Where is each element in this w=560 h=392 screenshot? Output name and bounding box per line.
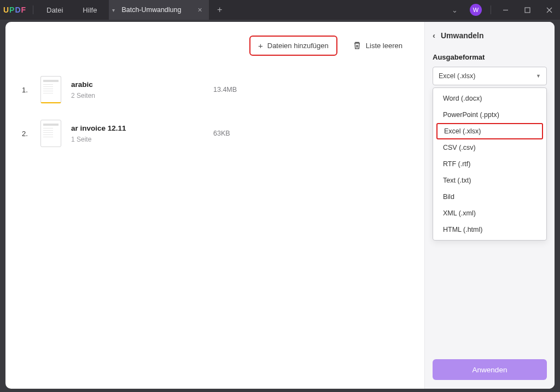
file-index: 1.	[22, 86, 40, 94]
output-format-label: Ausgabeformat	[433, 53, 547, 61]
format-option[interactable]: XML (.xml)	[436, 205, 543, 221]
maximize-icon	[524, 7, 530, 13]
clear-list-button[interactable]: Liste leeren	[353, 41, 402, 50]
sidebar-back[interactable]: ‹ Umwandeln	[433, 31, 547, 40]
apply-button[interactable]: Anwenden	[433, 359, 547, 380]
file-thumbnail	[40, 76, 61, 103]
close-tab-icon[interactable]: ×	[197, 5, 202, 14]
minimize-button[interactable]	[494, 0, 516, 20]
plus-icon: +	[258, 41, 263, 50]
format-option[interactable]: Text (.txt)	[436, 172, 543, 189]
toolbar: + Dateien hinzufügen Liste leeren	[22, 33, 413, 58]
chevron-left-icon: ‹	[433, 31, 435, 40]
file-name: ar invoice 12.11	[71, 124, 213, 132]
sidebar: ‹ Umwandeln Ausgabeformat Excel (.xlsx) …	[424, 22, 555, 389]
file-row[interactable]: 1. arabic 2 Seiten 13.4MB	[22, 68, 413, 112]
menu-help[interactable]: Hilfe	[73, 0, 107, 20]
format-option[interactable]: RTF (.rtf)	[436, 156, 543, 172]
panel: + Dateien hinzufügen Liste leeren 1. ara…	[5, 22, 555, 389]
trash-icon	[353, 41, 361, 50]
select-box[interactable]: Excel (.xlsx) ▼	[433, 67, 547, 85]
file-list: 1. arabic 2 Seiten 13.4MB 2. ar invoice …	[22, 68, 413, 155]
titlebar: UPDF Datei Hilfe ▾ Batch-Umwandlung × + …	[0, 0, 560, 20]
separator	[33, 5, 33, 14]
format-option[interactable]: PowerPoint (.pptx)	[436, 107, 543, 123]
file-index: 2.	[22, 130, 40, 138]
add-files-button[interactable]: + Dateien hinzufügen	[249, 36, 337, 56]
maximize-button[interactable]	[516, 0, 538, 20]
minimize-icon	[503, 7, 509, 13]
workspace: + Dateien hinzufügen Liste leeren 1. ara…	[0, 20, 560, 392]
separator	[491, 5, 491, 14]
chevron-down-icon: ▾	[112, 7, 115, 13]
caret-down-icon: ▼	[536, 73, 541, 79]
window-menu-chevron-icon[interactable]: ⌄	[445, 6, 464, 14]
add-files-label: Dateien hinzufügen	[267, 42, 329, 50]
tab-label: Batch-Umwandlung	[121, 6, 181, 14]
menu-file[interactable]: Datei	[37, 0, 73, 20]
format-option[interactable]: Excel (.xlsx)	[436, 123, 543, 139]
file-row[interactable]: 2. ar invoice 12.11 1 Seite 63KB	[22, 112, 413, 155]
close-icon	[546, 7, 552, 13]
file-pages: 1 Seite	[71, 136, 213, 143]
format-dropdown: Word (.docx)PowerPoint (.pptx)Excel (.xl…	[433, 87, 547, 241]
close-window-button[interactable]	[538, 0, 560, 20]
format-option[interactable]: Word (.docx)	[436, 90, 543, 107]
app-logo: UPDF	[0, 5, 30, 14]
new-tab-button[interactable]: +	[211, 5, 229, 15]
file-name: arabic	[71, 80, 213, 89]
svg-rect-1	[525, 8, 530, 13]
file-size: 13.4MB	[213, 86, 268, 93]
output-format-select: Excel (.xlsx) ▼ Word (.docx)PowerPoint (…	[433, 67, 547, 85]
user-avatar[interactable]: W	[470, 4, 482, 16]
format-option[interactable]: CSV (.csv)	[436, 139, 543, 156]
clear-list-label: Liste leeren	[366, 42, 402, 50]
file-thumbnail	[40, 120, 61, 147]
tab-batch-convert[interactable]: ▾ Batch-Umwandlung ×	[109, 0, 208, 20]
format-option[interactable]: Bild	[436, 189, 543, 205]
format-option[interactable]: HTML (.html)	[436, 221, 543, 238]
main-area: + Dateien hinzufügen Liste leeren 1. ara…	[5, 22, 424, 389]
sidebar-title: Umwandeln	[441, 31, 484, 40]
file-size: 63KB	[213, 130, 268, 137]
file-pages: 2 Seiten	[71, 92, 213, 100]
select-value: Excel (.xlsx)	[439, 72, 475, 80]
